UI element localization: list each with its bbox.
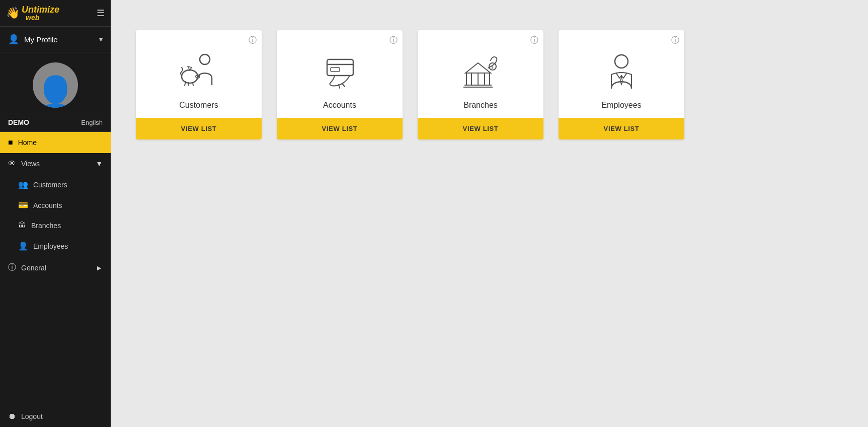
employees-card-icon	[591, 30, 652, 101]
customers-icon: 👥	[18, 180, 28, 189]
accounts-card: ⓘ Accounts VIEW LIST	[277, 30, 403, 139]
customers-view-list-button[interactable]: VIEW LIST	[136, 118, 262, 139]
sidebar-header: 👋 Untimize web ☰	[0, 0, 111, 27]
svg-text:$: $	[491, 65, 494, 69]
logo-line1: Untimize	[22, 5, 59, 14]
employees-icon: 👤	[18, 241, 28, 251]
sidebar-branches-label: Branches	[31, 222, 61, 230]
views-icon: 👁	[8, 159, 16, 168]
avatar: 👤	[33, 62, 78, 108]
customers-card: ⓘ	[136, 30, 262, 139]
profile-chevron-icon: ▾	[99, 35, 103, 43]
accounts-icon: 💳	[18, 200, 28, 210]
logo-text: Untimize web	[22, 5, 59, 21]
sidebar-item-accounts[interactable]: 💳 Accounts	[0, 195, 111, 216]
hamburger-icon[interactable]: ☰	[97, 8, 105, 19]
employees-view-list-button[interactable]: VIEW LIST	[559, 118, 684, 139]
profile-user-icon: 👤	[8, 34, 19, 45]
home-icon: ■	[8, 138, 13, 147]
sidebar-item-home-label: Home	[18, 138, 37, 147]
customers-info-icon[interactable]: ⓘ	[249, 35, 257, 46]
sidebar-employees-label: Employees	[33, 242, 68, 250]
sidebar-item-branches[interactable]: 🏛 Branches	[0, 216, 111, 236]
sidebar-item-employees[interactable]: 👤 Employees	[0, 236, 111, 256]
accounts-view-list-button[interactable]: VIEW LIST	[277, 118, 403, 139]
sidebar-accounts-label: Accounts	[33, 201, 62, 209]
sidebar-views-label: Views	[21, 160, 40, 168]
svg-rect-5	[331, 67, 340, 72]
general-chevron-icon: ►	[96, 264, 103, 272]
branches-icon: 🏛	[18, 221, 26, 230]
branches-info-icon[interactable]: ⓘ	[530, 35, 538, 46]
employees-card: ⓘ Employees VIE	[559, 30, 684, 139]
logo-icon: 👋	[6, 7, 20, 20]
accounts-info-icon[interactable]: ⓘ	[389, 35, 398, 46]
views-chevron-icon: ▼	[96, 160, 103, 168]
customers-card-icon	[169, 30, 229, 101]
demo-row: DEMO English	[0, 113, 111, 132]
branches-view-list-button[interactable]: VIEW LIST	[418, 118, 543, 139]
my-profile-label: My Profile	[24, 35, 58, 44]
svg-point-15	[615, 55, 628, 68]
views-subitems: 👥 Customers 💳 Accounts 🏛 Branches 👤 Empl…	[0, 174, 111, 256]
sidebar-customers-label: Customers	[33, 181, 67, 189]
branches-card: ⓘ $	[418, 30, 543, 139]
logout-icon: ⏺	[8, 412, 16, 421]
sidebar-item-home[interactable]: ■ Home	[0, 132, 111, 153]
avatar-body-icon: 👤	[34, 77, 77, 108]
demo-username: DEMO	[8, 118, 29, 126]
main-content: ⓘ	[111, 0, 868, 427]
sidebar: 👋 Untimize web ☰ 👤 My Profile ▾ 👤 DEMO E…	[0, 0, 111, 427]
sidebar-item-customers[interactable]: 👥 Customers	[0, 174, 111, 195]
demo-language: English	[81, 119, 103, 126]
avatar-area: 👤	[0, 52, 111, 113]
sidebar-general-label: General	[21, 264, 46, 272]
branches-card-icon: $	[450, 30, 511, 101]
svg-point-0	[200, 54, 210, 64]
sidebar-item-logout[interactable]: ⏺ Logout	[0, 406, 111, 427]
employees-info-icon[interactable]: ⓘ	[671, 35, 679, 46]
accounts-card-label: Accounts	[323, 101, 356, 110]
sidebar-item-views[interactable]: 👁 Views ▼	[0, 153, 111, 174]
branches-card-label: Branches	[463, 101, 498, 110]
logo-line2: web	[26, 14, 59, 21]
customers-card-label: Customers	[179, 101, 218, 110]
my-profile-row[interactable]: 👤 My Profile ▾	[0, 27, 111, 52]
general-icon: ⓘ	[8, 262, 16, 273]
svg-marker-7	[465, 63, 491, 73]
sidebar-logout-label: Logout	[21, 412, 43, 420]
cards-container: ⓘ	[111, 0, 868, 170]
profile-row-left: 👤 My Profile	[8, 34, 58, 45]
sidebar-item-general[interactable]: ⓘ General ►	[0, 256, 111, 279]
accounts-card-icon	[309, 30, 370, 101]
employees-card-label: Employees	[601, 101, 641, 110]
logo: 👋 Untimize web	[6, 5, 59, 21]
